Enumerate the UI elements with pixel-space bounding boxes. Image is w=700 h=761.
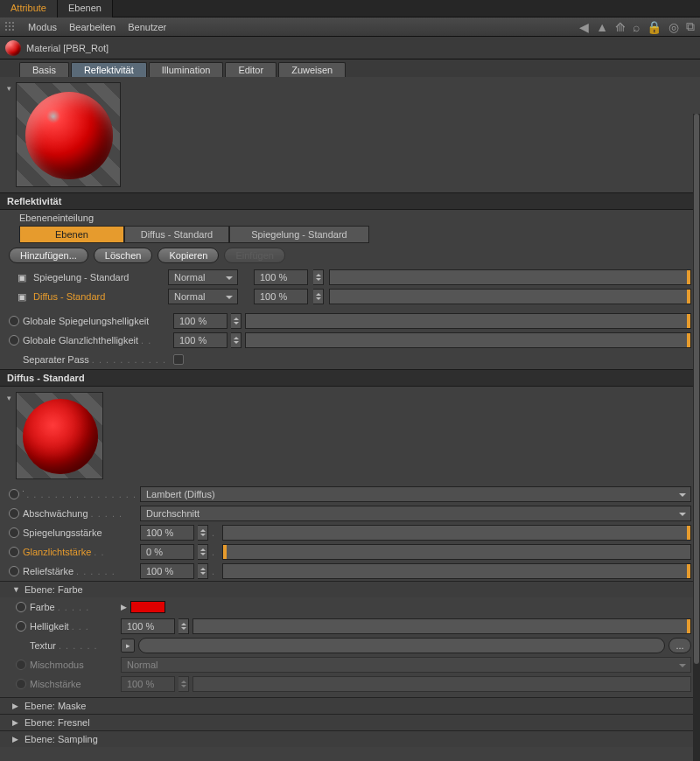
anim-dot[interactable] [16, 602, 26, 612]
new-window-icon[interactable]: ⧉ [686, 19, 695, 34]
spiegelst-row: Spiegelungsstärke 100 % . [0, 523, 700, 542]
color-arrow-icon[interactable]: ▶ [121, 603, 127, 611]
texture-browse-button[interactable]: ... [668, 638, 691, 653]
spiegelst-spinner[interactable] [198, 525, 208, 541]
tab-zuweisen[interactable]: Zuweisen [278, 62, 346, 77]
spiegelst-slider[interactable] [222, 525, 691, 541]
tab-reflektivitaet[interactable]: Reflektivität [71, 62, 147, 77]
chevron-down-icon: ▼ [12, 585, 21, 594]
add-button[interactable]: Hinzufügen... [9, 248, 88, 263]
color-swatch[interactable] [130, 601, 165, 613]
visibility-icon[interactable]: ▣ [16, 272, 28, 283]
target-icon[interactable]: ◎ [668, 20, 679, 34]
global-glanz-field[interactable]: 100 % [173, 332, 228, 348]
glanzst-field[interactable]: 0 % [140, 544, 194, 560]
spiegelst-field[interactable]: 100 % [140, 525, 194, 541]
layer-opacity-field[interactable]: 100 % [254, 269, 308, 285]
search-icon[interactable]: ⌕ [633, 20, 640, 34]
anim-dot[interactable] [9, 335, 19, 346]
panel-tab-attribute[interactable]: Attribute [0, 0, 58, 17]
opacity-slider[interactable] [329, 269, 691, 285]
separate-pass-checkbox[interactable] [173, 354, 184, 365]
anim-dot[interactable] [16, 621, 26, 632]
layer-row-spiegelung[interactable]: ▣ Spiegelung - Standard Normal 100 % [0, 268, 700, 287]
material-preview[interactable] [16, 82, 121, 187]
up-arrow-icon[interactable]: ▲ [596, 20, 608, 34]
collapse-toggle[interactable]: ▾ [7, 82, 16, 187]
global-spec-slider[interactable] [245, 313, 691, 329]
anim-dot[interactable] [9, 316, 19, 326]
absch-dropdown[interactable]: Durchschnitt [140, 506, 691, 521]
panel-tab-ebenen[interactable]: Ebenen [58, 0, 113, 17]
global-glanz-spinner[interactable] [231, 332, 242, 348]
main-tabs: Basis Reflektivität Illumination Editor … [0, 59, 700, 77]
layer-subtabs: Ebenen Diffus - Standard Spiegelung - St… [0, 226, 700, 243]
separate-pass-row: Separater Pass. . . . . . . . . . . [0, 350, 700, 369]
global-glanz-label: Globale Glanzlichthelligkeit [23, 335, 138, 346]
layer-row-diffus[interactable]: ▣ Diffus - Standard Normal 100 % [0, 287, 700, 306]
copy-button[interactable]: Kopieren [158, 248, 219, 263]
glanzst-slider[interactable] [222, 544, 691, 560]
section-reflektivitaet: Reflektivität [0, 192, 700, 210]
menu-bearbeiten[interactable]: Bearbeiten [69, 22, 116, 32]
anim-dot[interactable] [9, 489, 19, 499]
anim-dot[interactable] [9, 547, 19, 557]
fold-maske[interactable]: ▶ Ebene: Maske [0, 697, 700, 714]
collapse-toggle[interactable]: ▾ [7, 392, 16, 479]
anim-dot[interactable] [9, 527, 19, 538]
delete-button[interactable]: Löschen [94, 248, 153, 263]
blend-mode-dropdown[interactable]: Normal [168, 289, 238, 304]
opacity-slider[interactable] [329, 289, 691, 304]
misch-label: Mischmodus [30, 660, 84, 670]
mischst-slider [192, 676, 691, 692]
opacity-spinner[interactable] [313, 269, 324, 285]
visibility-icon[interactable]: ▣ [16, 291, 28, 303]
global-spec-field[interactable]: 100 % [173, 313, 228, 329]
relief-row: Reliefstärke. . . . . . 100 % . [0, 562, 700, 581]
layer-name[interactable]: Spiegelung - Standard [33, 272, 163, 283]
tab-illumination[interactable]: Illumination [149, 62, 224, 77]
fold-fresnel[interactable]: ▶ Ebene: Fresnel [0, 714, 700, 730]
menu-modus[interactable]: Modus [28, 22, 57, 32]
typ-label: Typ [23, 489, 24, 499]
hell-slider[interactable] [192, 618, 691, 634]
lock-icon[interactable]: 🔒 [647, 20, 662, 34]
anim-dot[interactable] [9, 566, 19, 576]
separate-pass-label: Separater Pass [23, 354, 89, 365]
layer-opacity-field[interactable]: 100 % [254, 289, 308, 304]
texture-arrow-button[interactable]: ▸ [121, 639, 135, 653]
fold-sampling[interactable]: ▶ Ebene: Sampling [0, 730, 700, 747]
nav-icon[interactable]: ⟰ [615, 20, 626, 34]
subtab-ebenen[interactable]: Ebenen [19, 226, 124, 243]
menu-benutzer[interactable]: Benutzer [128, 22, 166, 32]
tab-editor[interactable]: Editor [225, 62, 276, 77]
diffus-preview[interactable] [16, 392, 103, 479]
texture-field[interactable] [138, 638, 665, 653]
fold-farbe[interactable]: ▼ Ebene: Farbe [0, 581, 700, 597]
fold-sampling-label: Ebene: Sampling [24, 734, 98, 744]
subtab-diffus[interactable]: Diffus - Standard [124, 226, 229, 243]
relief-slider[interactable] [222, 563, 691, 579]
global-spec-spinner[interactable] [231, 313, 242, 329]
typ-dropdown[interactable]: Lambert (Diffus) [140, 486, 691, 502]
hell-field[interactable]: 100 % [121, 618, 175, 634]
hell-spinner[interactable] [178, 618, 189, 634]
title-row: Material [PBR_Rot] [0, 37, 700, 59]
vertical-scrollbar[interactable] [693, 114, 700, 761]
textur-row: Textur. . . . . . ▸ ... [0, 636, 700, 655]
tab-basis[interactable]: Basis [19, 62, 69, 77]
helligkeit-row: Helligkeit. . . 100 % [0, 617, 700, 636]
subtab-spiegelung[interactable]: Spiegelung - Standard [229, 226, 369, 243]
back-arrow-icon[interactable]: ◀ [579, 20, 589, 34]
chevron-right-icon: ▶ [12, 735, 21, 744]
anim-dot[interactable] [9, 508, 19, 519]
glanzst-spinner[interactable] [198, 544, 208, 560]
anim-dot-disabled [16, 679, 26, 689]
blend-mode-dropdown[interactable]: Normal [168, 269, 238, 285]
grip-icon[interactable] [5, 22, 16, 32]
opacity-spinner[interactable] [313, 289, 324, 304]
relief-spinner[interactable] [198, 563, 208, 579]
global-glanz-slider[interactable] [245, 332, 691, 348]
layer-name[interactable]: Diffus - Standard [33, 291, 163, 302]
relief-field[interactable]: 100 % [140, 563, 194, 579]
